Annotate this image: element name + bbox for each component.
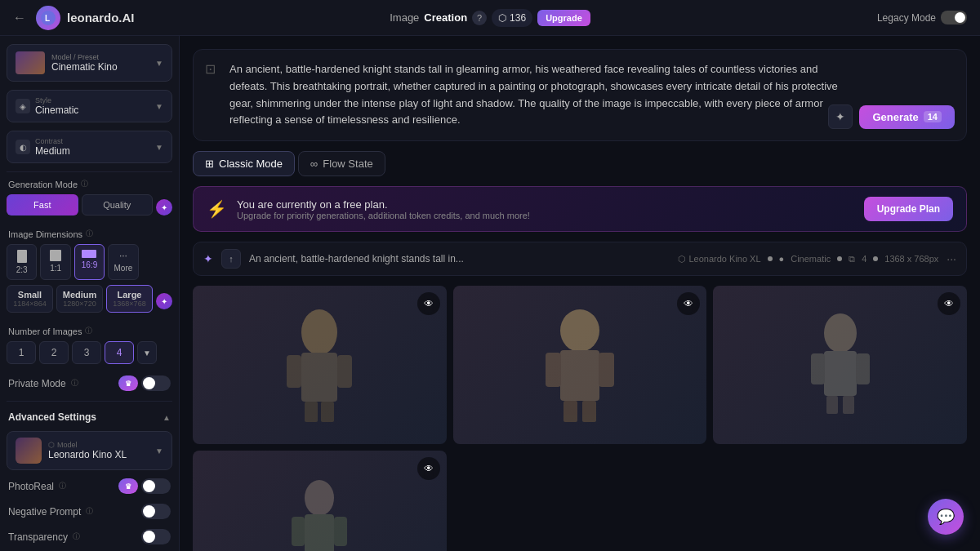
history-prompt: An ancient, battle-hardened knight stand… (249, 253, 670, 264)
svg-rect-6 (305, 402, 318, 422)
contrast-chevron-icon: ▼ (155, 143, 163, 152)
main-layout: Model / Preset Cinematic Kino ▼ ◈ Style … (0, 36, 980, 551)
contrast-select[interactable]: ◐ Contrast Medium ▼ (7, 131, 172, 163)
generation-mode-section: Generation Mode ⓘ Fast Quality ✦ (7, 179, 172, 220)
num-2-button[interactable]: 2 (39, 341, 69, 364)
classic-mode-label: Classic Mode (219, 158, 283, 170)
nav-image-label: Image (390, 11, 419, 24)
image-placeholder-4 (193, 451, 447, 551)
mode-tabs: ⊞ Classic Mode ∞ Flow State (193, 151, 967, 176)
chat-button[interactable]: 💬 (928, 499, 964, 535)
model-select[interactable]: ⬡ Model Leonardo Kino XL ▼ (7, 431, 172, 470)
quality-mode-button[interactable]: Quality (82, 194, 154, 216)
advanced-settings-label: Advanced Settings (8, 411, 96, 423)
dimension-more[interactable]: ··· More (108, 244, 138, 280)
back-button[interactable]: ← (13, 11, 26, 25)
dimension-16-9[interactable]: 16:9 (74, 244, 105, 280)
history-meta: ⬡ Leonardo Kino XL ● Cinematic ⧉ 4 1368 … (678, 254, 939, 264)
prompt-area: ⊡ An ancient, battle-hardened knight sta… (193, 49, 967, 141)
image-placeholder-3 (713, 286, 967, 444)
photoreal-info[interactable]: ⓘ (59, 481, 66, 491)
model-name: Leonardo Kino XL (48, 449, 127, 460)
size-extra-button[interactable]: ✦ (156, 293, 172, 309)
transparency-toggle[interactable] (141, 529, 171, 544)
num-images-info[interactable]: ⓘ (85, 326, 92, 336)
logo-avatar: L (36, 6, 60, 30)
size-large-button[interactable]: Large 1368×768 (106, 285, 153, 313)
flow-state-tab[interactable]: ∞ Flow State (298, 151, 385, 176)
upgrade-button[interactable]: Upgrade (537, 10, 590, 26)
sidebar: Model / Preset Cinematic Kino ▼ ◈ Style … (0, 36, 180, 551)
svg-point-14 (824, 313, 857, 353)
private-mode-info[interactable]: ⓘ (71, 378, 78, 389)
chat-icon: 💬 (937, 508, 955, 526)
preset-sublabel: Model / Preset (51, 53, 118, 61)
num-more-button[interactable]: ▼ (137, 341, 157, 364)
photoreal-label: PhotoReal (8, 481, 54, 492)
history-dot2 (837, 256, 842, 261)
chevron-down-icon: ▼ (155, 59, 163, 68)
history-dimensions: 1368 x 768px (884, 254, 938, 264)
style-chevron-icon: ▼ (155, 102, 163, 111)
negative-prompt-info[interactable]: ⓘ (86, 506, 93, 517)
token-count: 136 (510, 12, 526, 24)
preset-select[interactable]: Model / Preset Cinematic Kino ▼ (7, 44, 172, 82)
svg-rect-7 (321, 402, 334, 422)
fast-mode-button[interactable]: Fast (7, 194, 78, 216)
history-more-button[interactable]: ··· (947, 252, 956, 265)
history-model-label: Leonardo Kino XL (689, 254, 761, 264)
preset-thumbnail (16, 51, 45, 74)
history-dot3 (873, 256, 878, 261)
negative-prompt-label: Negative Prompt (8, 506, 81, 518)
image-dimensions-info[interactable]: ⓘ (86, 229, 93, 239)
history-style-dot: ● (779, 254, 785, 264)
generation-mode-label: Generation Mode (8, 180, 78, 189)
svg-rect-18 (826, 396, 838, 414)
svg-rect-9 (560, 350, 599, 401)
legacy-mode-toggle[interactable] (941, 11, 967, 24)
eye-button-1[interactable]: 👁 (417, 292, 440, 315)
negative-prompt-toggle[interactable] (141, 504, 171, 519)
logo-text: leonardo.AI (67, 11, 135, 24)
photoreal-toggle[interactable] (141, 478, 171, 494)
banner-lightning-icon: ⚡ (207, 199, 227, 219)
history-model: ⬡ Leonardo Kino XL (678, 254, 761, 264)
token-icon: ⬡ (498, 12, 506, 24)
style-sublabel: Style (35, 96, 78, 104)
generation-mode-info[interactable]: ⓘ (81, 179, 88, 189)
model-sublabel: ⬡ Model (48, 441, 127, 449)
image-dimensions-section: Image Dimensions ⓘ 2:3 1:1 16:9 (7, 229, 172, 318)
private-mode-label: Private Mode (8, 378, 66, 389)
image-grid: 👁 👁 (193, 286, 967, 551)
preset-section: Model / Preset Cinematic Kino ▼ (7, 44, 172, 82)
history-up-button[interactable]: ↑ (221, 249, 241, 269)
style-icon: ◈ (16, 99, 30, 113)
num-3-button[interactable]: 3 (72, 341, 101, 364)
image-dimensions-label: Image Dimensions (8, 229, 82, 239)
svg-rect-19 (843, 396, 854, 414)
advanced-settings-header[interactable]: Advanced Settings ▲ (7, 408, 172, 426)
num-4-button[interactable]: 4 (105, 341, 134, 364)
style-select[interactable]: ◈ Style Cinematic ▼ (7, 90, 172, 122)
style-section: ◈ Style Cinematic ▼ (7, 90, 172, 122)
num-1-button[interactable]: 1 (7, 341, 36, 364)
classic-mode-tab[interactable]: ⊞ Classic Mode (193, 151, 295, 176)
dimension-1-1[interactable]: 1:1 (40, 244, 70, 280)
image-card-1: 👁 (193, 286, 447, 444)
dimension-2-3[interactable]: 2:3 (7, 244, 37, 280)
help-button[interactable]: ? (472, 11, 487, 25)
upgrade-plan-button[interactable]: Upgrade Plan (864, 197, 953, 221)
model-chevron-icon: ▼ (155, 447, 163, 455)
legacy-mode-label: Legacy Mode (877, 12, 936, 24)
eye-button-3[interactable]: 👁 (938, 292, 960, 315)
transparency-info[interactable]: ⓘ (73, 531, 80, 542)
private-mode-toggle[interactable] (141, 375, 171, 391)
size-small-button[interactable]: Small 1184×864 (7, 285, 53, 313)
size-medium-button[interactable]: Medium 1280×720 (56, 285, 103, 313)
history-images-count: 4 (862, 254, 866, 264)
sparkle-button[interactable]: ✦ (828, 104, 853, 129)
contrast-section: ◐ Contrast Medium ▼ (7, 131, 172, 163)
generate-button[interactable]: Generate 14 (859, 105, 955, 129)
mode-extra-button[interactable]: ✦ (156, 199, 172, 216)
eye-button-4[interactable]: 👁 (417, 457, 440, 480)
